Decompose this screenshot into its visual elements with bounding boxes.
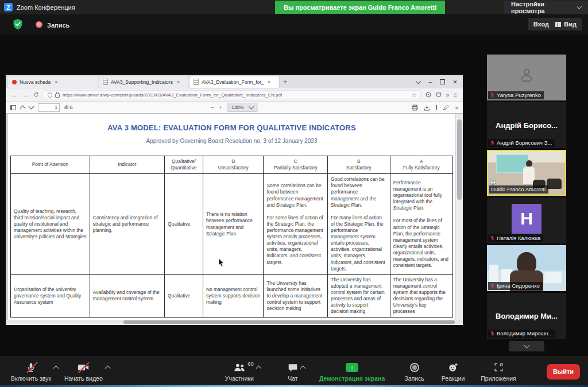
screen-share-button[interactable]: ↑ Демонстрация экрана: [314, 362, 390, 382]
screen-share-label: Демонстрация экрана: [319, 375, 385, 382]
column-header: A Fully Satisfactory: [390, 156, 452, 174]
chevron-down-icon: [577, 3, 582, 9]
app-title: Zoom Конференция: [17, 4, 75, 11]
chat-label: Чат: [288, 375, 297, 382]
table-cell: No management control system supports de…: [203, 275, 263, 318]
document-subtitle: Approved by Governing Board Resolution n…: [8, 138, 455, 144]
restore-button[interactable]: [440, 79, 445, 84]
draw-icon[interactable]: [443, 105, 449, 111]
zoom-out-icon[interactable]: −: [211, 105, 214, 110]
table-cell: Consistency and integration of strategic…: [90, 174, 164, 275]
more-participants-button[interactable]: [509, 341, 544, 351]
muted-mic-icon: [490, 140, 495, 145]
table-cell: Some correlations can be found between p…: [264, 174, 328, 275]
record-icon: [410, 363, 419, 372]
horizontal-scrollbar[interactable]: [6, 320, 463, 324]
page-up-icon[interactable]: [20, 106, 26, 111]
recording-indicator-icon[interactable]: [36, 21, 42, 28]
participant-tile-iryna[interactable]: Ірина Сидоренко: [487, 245, 566, 291]
zoom-meeting-window: Z Zoom Конференция Вы просматриваете экр…: [0, 0, 588, 387]
participant-tile-andrii[interactable]: Андрій Борисо... Андрій Борисович З...: [487, 102, 566, 148]
zoom-in-icon[interactable]: +: [219, 105, 222, 110]
vertical-scrollbar-thumb[interactable]: [457, 119, 462, 200]
reload-icon[interactable]: [33, 92, 39, 98]
more-tools-icon[interactable]: »: [446, 92, 450, 98]
print-icon[interactable]: [412, 105, 418, 111]
chat-icon: [288, 363, 298, 372]
unmute-button[interactable]: Включить звук: [6, 362, 56, 382]
record-button[interactable]: Запись: [399, 362, 429, 382]
tab-close-icon[interactable]: ×: [55, 79, 57, 85]
participant-name: Андрій Борисович З...: [497, 140, 552, 146]
view-button[interactable]: Вид: [550, 18, 582, 30]
avatar-placeholder-icon: [518, 66, 535, 83]
column-header: Qualitative/ Quantitative: [164, 156, 203, 174]
reactions-label: Реакции: [442, 375, 465, 382]
vertical-scrollbar[interactable]: [456, 114, 463, 320]
close-button[interactable]: ×: [453, 78, 457, 86]
tab-supporting-indicators[interactable]: AVA3_Supporting_Indicators_fo... ×: [99, 76, 188, 88]
page-number-input[interactable]: [38, 103, 60, 112]
table-cell: Organisation of the university governanc…: [11, 275, 90, 318]
column-header: D Unsatisfactory: [203, 156, 263, 174]
login-label: Вход: [533, 21, 549, 28]
apps-label: Приложения: [481, 375, 516, 382]
mouse-cursor: [218, 258, 225, 268]
pdf-content-area: AVA 3 MODEL: EVALUATION FORM FOR QUALITA…: [6, 114, 463, 320]
back-icon[interactable]: ←: [11, 91, 18, 98]
zoom-level-select[interactable]: 130%: [227, 103, 258, 112]
participant-name: Наталія Калюжка: [497, 235, 540, 241]
download-icon[interactable]: [424, 105, 430, 111]
participant-tile-nataliia[interactable]: H Наталія Калюжка: [487, 198, 566, 243]
screen-share-icon: ↑: [346, 363, 358, 372]
meeting-toolbar: Включить звук Начать видео: [0, 356, 588, 387]
document-title: AVA 3 MODEL: EVALUATION FORM FOR QUALITA…: [8, 123, 455, 132]
participant-name-label: Ірина Сидоренко: [488, 282, 543, 290]
tab-close-icon[interactable]: ×: [268, 79, 270, 85]
tab-evaluation-form[interactable]: AVA3_Evaluation_Form_for_Q... ×: [189, 76, 279, 88]
sidebar-toggle-icon[interactable]: [10, 105, 16, 110]
list-tabs-icon[interactable]: [416, 78, 421, 84]
table-row: Organisation of the university governanc…: [11, 275, 453, 318]
participant-name-label: Yaryna Puzyrenko: [488, 91, 544, 99]
view-settings-button[interactable]: Настройки просмотра: [504, 1, 588, 14]
table-cell: Quality of teaching, research, third mis…: [11, 174, 90, 275]
leave-label: Выйти: [553, 368, 574, 375]
column-header: B Satisfactory: [328, 156, 390, 174]
forward-icon[interactable]: →: [22, 91, 29, 98]
extensions-icon[interactable]: [425, 92, 431, 98]
chevron-down-icon: [524, 343, 529, 349]
new-tab-button[interactable]: +: [283, 78, 287, 86]
muted-mic-icon: [490, 331, 495, 336]
apps-button[interactable]: Приложения: [475, 362, 521, 382]
start-video-button[interactable]: Начать видео: [59, 362, 108, 382]
page-down-icon[interactable]: [29, 104, 34, 110]
minimize-button[interactable]: –: [428, 79, 432, 85]
url-field[interactable]: https://www.anvur.it/wp-content/uploads/…: [44, 90, 421, 99]
pocket-icon[interactable]: [436, 92, 442, 98]
participants-button[interactable]: 60 Участники: [220, 362, 259, 382]
pdf-tools: I »: [412, 105, 458, 111]
reactions-button[interactable]: Реакции: [436, 362, 470, 382]
apps-icon: [494, 362, 504, 372]
participants-panel: Yaryna Puzyrenko Андрій Борисо... Андрій…: [487, 55, 566, 351]
url-text: https://www.anvur.it/wp-content/uploads/…: [63, 92, 282, 98]
tab-close-icon[interactable]: ×: [177, 79, 180, 85]
horizontal-scrollbar-thumb[interactable]: [123, 320, 455, 324]
encryption-shield-icon[interactable]: [13, 18, 23, 30]
participant-tile-volodymyr[interactable]: Володимир Ми... Володимир Мирошн...: [487, 293, 566, 339]
tab-nuova-scheda[interactable]: Nuova scheda ×: [8, 76, 98, 88]
participants-icon: [233, 363, 246, 372]
more-options-icon[interactable]: »: [455, 105, 458, 111]
leave-button[interactable]: Выйти: [547, 364, 580, 380]
bookmark-star-icon[interactable]: ☆: [412, 92, 417, 98]
menu-icon[interactable]: ≡: [454, 92, 457, 98]
participant-tile-guido-active-speaker[interactable]: Guido Franco Amoretti: [487, 150, 566, 196]
column-header: C Partially Satisfactory: [264, 156, 328, 174]
participant-name: Володимир Мирошн...: [497, 330, 552, 336]
tracking-shield-icon[interactable]: [48, 92, 52, 98]
participant-name: Guido Franco Amoretti: [491, 186, 546, 192]
chat-button[interactable]: Чат: [283, 362, 303, 382]
participant-tile-yaryna[interactable]: Yaryna Puzyrenko: [487, 55, 566, 100]
text-tool-icon[interactable]: I: [436, 105, 438, 111]
